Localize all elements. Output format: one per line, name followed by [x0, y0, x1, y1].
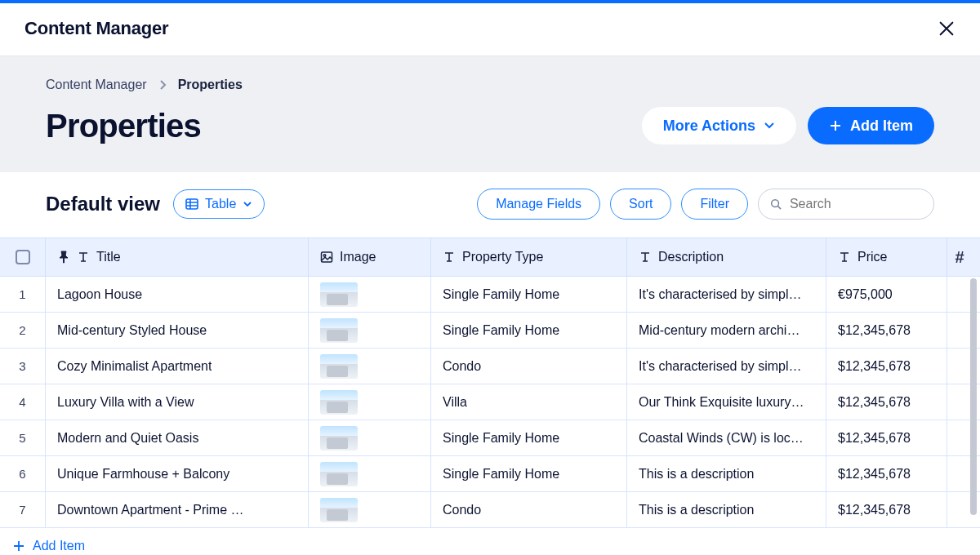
col-type[interactable]: Property Type	[431, 238, 627, 276]
col-extra[interactable]: #	[947, 238, 972, 276]
table-row[interactable]: 4Luxury Villa with a ViewVillaOur Think …	[0, 384, 980, 420]
page-head: Content Manager Properties Properties Mo…	[0, 56, 980, 172]
row-number: 1	[0, 277, 46, 312]
cell-price: $12,345,678	[826, 313, 947, 348]
cell-description: This is a description	[627, 456, 826, 491]
image-thumbnail	[320, 282, 358, 307]
pin-icon	[57, 251, 70, 264]
cell-extra	[947, 456, 972, 491]
cell-title: Cozy Minimalist Apartment	[46, 349, 309, 384]
sort-button[interactable]: Sort	[610, 189, 671, 220]
add-item-row[interactable]: Add Item	[0, 528, 980, 555]
cell-image[interactable]	[309, 456, 431, 491]
svg-point-1	[772, 200, 779, 207]
toolbar: Default view Table Manage Fields Sort Fi…	[0, 172, 980, 238]
image-thumbnail	[320, 498, 358, 522]
cell-image[interactable]	[309, 384, 431, 420]
row-number: 2	[0, 313, 46, 348]
search-input[interactable]	[790, 197, 922, 211]
search-field[interactable]	[758, 189, 934, 220]
row-number: 7	[0, 492, 46, 527]
close-icon[interactable]	[938, 20, 956, 38]
breadcrumb: Content Manager Properties	[46, 78, 934, 92]
cell-description: Mid-century modern archi…	[627, 313, 826, 348]
svg-point-3	[323, 255, 326, 257]
scrollbar[interactable]	[970, 278, 977, 515]
cell-extra	[947, 313, 972, 348]
view-name: Default view	[46, 193, 160, 215]
cell-title: Modern and Quiet Oasis	[46, 420, 309, 455]
image-thumbnail	[320, 390, 358, 415]
cell-description: It's characterised by simpl…	[627, 277, 826, 312]
app-title: Content Manager	[24, 18, 168, 39]
view-selector-label: Table	[205, 197, 236, 211]
table-row[interactable]: 7Downtown Apartment - Prime …CondoThis i…	[0, 492, 980, 528]
manage-fields-button[interactable]: Manage Fields	[477, 189, 600, 220]
cell-description: It's characterised by simpl…	[627, 349, 826, 384]
col-price[interactable]: Price	[826, 238, 947, 276]
row-number: 3	[0, 349, 46, 384]
cell-title: Mid-century Styled House	[46, 313, 309, 348]
cell-title: Unique Farmhouse + Balcony	[46, 456, 309, 491]
cell-image[interactable]	[309, 277, 431, 312]
table-row[interactable]: 6Unique Farmhouse + BalconySingle Family…	[0, 456, 980, 492]
cell-price: $12,345,678	[826, 384, 947, 420]
cell-type: Condo	[431, 492, 627, 527]
cell-image[interactable]	[309, 492, 431, 527]
col-image[interactable]: Image	[309, 238, 431, 276]
image-icon	[320, 251, 333, 264]
text-icon	[838, 251, 851, 264]
col-desc[interactable]: Description	[627, 238, 826, 276]
cell-description: Our Think Exquisite luxury…	[627, 384, 826, 420]
col-title[interactable]: Title	[46, 238, 309, 276]
table-row[interactable]: 2Mid-century Styled HouseSingle Family H…	[0, 313, 980, 349]
cell-type: Single Family Home	[431, 420, 627, 455]
hash-icon: #	[955, 248, 964, 267]
more-actions-label: More Actions	[663, 118, 755, 135]
titlebar: Content Manager	[0, 3, 980, 56]
cell-extra	[947, 349, 972, 384]
cell-image[interactable]	[309, 313, 431, 348]
row-number: 5	[0, 420, 46, 455]
cell-extra	[947, 277, 972, 312]
col-image-label: Image	[340, 250, 376, 264]
image-thumbnail	[320, 426, 358, 451]
add-item-button[interactable]: Add Item	[808, 107, 934, 144]
breadcrumb-root[interactable]: Content Manager	[46, 78, 147, 92]
cell-price: $12,345,678	[826, 349, 947, 384]
search-icon	[770, 198, 782, 211]
cell-image[interactable]	[309, 420, 431, 455]
cell-extra	[947, 420, 972, 455]
col-title-label: Title	[96, 250, 121, 264]
cell-price: $12,345,678	[826, 492, 947, 527]
cell-extra	[947, 384, 972, 420]
filter-button[interactable]: Filter	[681, 189, 748, 220]
cell-price: €975,000	[826, 277, 947, 312]
plus-icon	[829, 119, 842, 132]
cell-image[interactable]	[309, 349, 431, 384]
cell-type: Villa	[431, 384, 627, 420]
more-actions-button[interactable]: More Actions	[642, 107, 796, 144]
cell-extra	[947, 492, 972, 527]
table-row[interactable]: 5Modern and Quiet OasisSingle Family Hom…	[0, 420, 980, 456]
chevron-down-icon	[764, 122, 775, 130]
table-row[interactable]: 1Lagoon HouseSingle Family HomeIt's char…	[0, 277, 980, 313]
row-number: 4	[0, 384, 46, 420]
cell-type: Single Family Home	[431, 313, 627, 348]
table: Title Image Property Type Description Pr…	[0, 238, 980, 555]
image-thumbnail	[320, 462, 358, 486]
plus-icon	[13, 540, 24, 552]
text-icon	[639, 251, 652, 264]
table-row[interactable]: 3Cozy Minimalist ApartmentCondoIt's char…	[0, 349, 980, 384]
cell-description: Coastal Winds (CW) is loc…	[627, 420, 826, 455]
col-price-label: Price	[858, 250, 887, 264]
chevron-down-icon	[243, 201, 252, 208]
text-icon	[443, 251, 456, 264]
svg-rect-0	[186, 199, 198, 209]
view-selector[interactable]: Table	[173, 189, 265, 219]
text-icon	[77, 251, 90, 264]
col-desc-label: Description	[658, 250, 724, 264]
image-thumbnail	[320, 318, 358, 343]
row-number: 6	[0, 456, 46, 491]
select-all-checkbox[interactable]	[16, 250, 30, 264]
